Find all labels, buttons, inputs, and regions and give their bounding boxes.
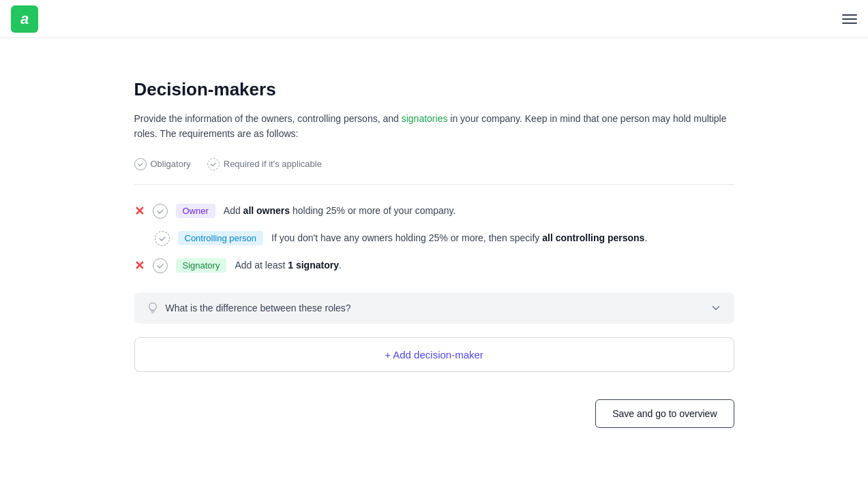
conditional-icon (207, 158, 220, 170)
signatory-text-after: . (339, 260, 342, 271)
logo-letter: a (20, 12, 29, 27)
obligatory-label: Obligatory (151, 159, 191, 169)
signatory-check-icon (153, 258, 168, 273)
role-row-signatory: ✕ Signatory Add at least 1 signatory. (134, 258, 734, 273)
description-link: signatories (402, 113, 448, 124)
save-overview-button[interactable]: Save and go to overview (595, 399, 734, 428)
controlling-description: If you don't have any owners holding 25%… (271, 231, 647, 245)
controlling-check-icon (155, 231, 170, 246)
controlling-text-before: If you don't have any owners holding 25%… (271, 232, 542, 243)
footer-actions: Save and go to overview (134, 399, 734, 428)
menu-button[interactable] (842, 14, 857, 24)
signatory-badge: Signatory (176, 258, 227, 273)
controlling-badge: Controlling person (178, 231, 264, 245)
faq-question: What is the difference between these rol… (166, 303, 351, 313)
section-divider (134, 184, 734, 185)
add-button-label: + Add decision-maker (385, 349, 483, 360)
legend: Obligatory Required if it's applicable (134, 158, 734, 170)
faq-accordion[interactable]: What is the difference between these rol… (134, 292, 734, 324)
add-decision-maker-button[interactable]: + Add decision-maker (134, 337, 734, 372)
owner-text-before: Add (224, 205, 243, 216)
controlling-text-bold: all controlling persons (542, 232, 644, 243)
legend-conditional: Required if it's applicable (207, 158, 322, 170)
conditional-label: Required if it's applicable (224, 159, 322, 169)
app-header: a (0, 0, 868, 38)
obligatory-icon (134, 158, 147, 170)
owner-text-after: holding 25% or more of your company. (290, 205, 455, 216)
signatory-error-icon: ✕ (134, 260, 145, 272)
legend-obligatory: Obligatory (134, 158, 191, 170)
main-content: Decision-makers Provide the information … (107, 38, 762, 455)
chevron-down-icon (710, 302, 722, 314)
description-text-1: Provide the information of the owners, c… (134, 113, 402, 124)
signatory-text-before: Add at least (235, 260, 288, 271)
owner-error-icon: ✕ (134, 205, 145, 217)
role-row-owner: ✕ Owner Add all owners holding 25% or mo… (134, 204, 734, 219)
bulb-icon (147, 302, 159, 314)
owner-text-bold: all owners (243, 205, 290, 216)
owner-badge: Owner (176, 204, 215, 218)
page-title: Decision-makers (134, 79, 734, 100)
signatory-description: Add at least 1 signatory. (235, 258, 341, 273)
signatory-text-bold: 1 signatory (288, 260, 339, 271)
app-logo: a (11, 5, 38, 33)
controlling-text-after: . (644, 232, 647, 243)
owner-check-icon (153, 204, 168, 219)
role-row-controlling: Controlling person If you don't have any… (134, 231, 734, 246)
owner-description: Add all owners holding 25% or more of yo… (224, 204, 456, 218)
page-description: Provide the information of the owners, c… (134, 111, 734, 142)
faq-content: What is the difference between these rol… (147, 302, 351, 314)
